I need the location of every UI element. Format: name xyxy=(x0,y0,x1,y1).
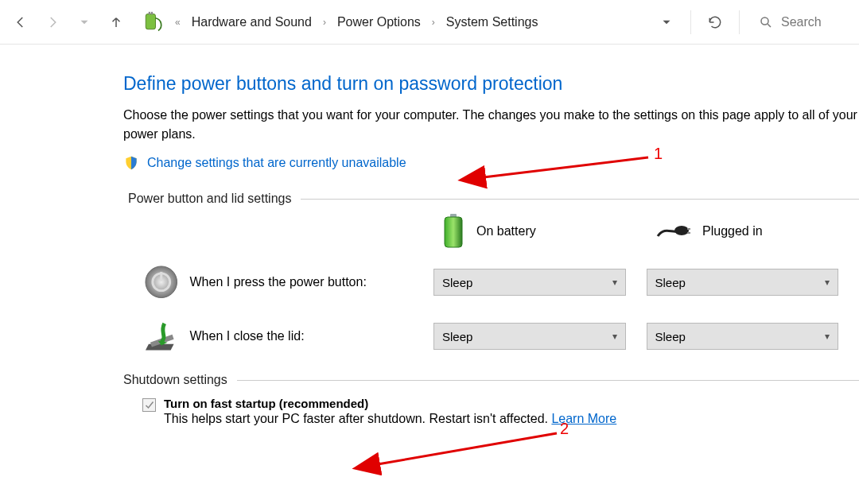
forward-button[interactable] xyxy=(38,8,67,37)
select-value: Sleep xyxy=(655,276,686,289)
row-power-button: When I press the power button: Sleep ▾ S… xyxy=(123,265,859,300)
search-icon xyxy=(759,15,773,29)
svg-rect-8 xyxy=(687,232,690,234)
breadcrumb-item[interactable]: Hardware and Sound xyxy=(189,12,315,33)
breadcrumb-expand-button[interactable] xyxy=(652,8,681,37)
svg-point-9 xyxy=(146,266,177,298)
section-label-text: Power button and lid settings xyxy=(128,192,291,206)
chevron-down-icon: ▾ xyxy=(612,331,617,342)
row-close-lid: When I close the lid: Sleep ▾ Sleep ▾ xyxy=(123,319,859,354)
chevron-down-icon: ▾ xyxy=(825,331,830,342)
svg-line-14 xyxy=(378,433,557,464)
svg-point-3 xyxy=(761,17,768,25)
svg-rect-11 xyxy=(160,272,162,281)
chevron-right-icon: › xyxy=(318,17,331,28)
search-placeholder: Search xyxy=(781,15,822,29)
divider xyxy=(739,10,740,34)
column-label: On battery xyxy=(476,224,536,238)
select-value: Sleep xyxy=(442,276,472,289)
breadcrumb-item[interactable]: System Settings xyxy=(443,12,542,33)
close-lid-plugged-select[interactable]: Sleep ▾ xyxy=(647,323,839,350)
section-power-lid: Power button and lid settings xyxy=(128,192,859,206)
laptop-lid-icon xyxy=(144,319,179,354)
page-title: Define power buttons and turn on passwor… xyxy=(123,73,859,95)
power-button-icon xyxy=(144,265,179,300)
close-lid-battery-select[interactable]: Sleep ▾ xyxy=(433,323,626,350)
fast-startup-label: Turn on fast startup (recommended) xyxy=(164,397,368,410)
svg-rect-0 xyxy=(146,14,155,29)
chevron-right-icon: › xyxy=(427,17,440,28)
row-label: When I press the power button: xyxy=(190,275,434,289)
recent-locations-button[interactable] xyxy=(70,8,99,37)
divider xyxy=(301,199,859,200)
power-button-battery-select[interactable]: Sleep ▾ xyxy=(433,269,626,296)
section-label-text: Shutdown settings xyxy=(123,373,227,387)
select-value: Sleep xyxy=(442,330,472,343)
breadcrumb-item[interactable]: Power Options xyxy=(334,12,424,33)
svg-rect-1 xyxy=(149,11,150,14)
svg-rect-7 xyxy=(687,228,690,230)
back-button[interactable] xyxy=(6,8,35,37)
page-description: Choose the power settings that you want … xyxy=(123,106,859,144)
shield-icon xyxy=(123,155,139,171)
fast-startup-desc: This helps start your PC faster after sh… xyxy=(164,412,551,425)
fast-startup-checkbox[interactable] xyxy=(142,398,156,412)
battery-icon xyxy=(441,214,465,249)
change-unavailable-settings-link[interactable]: Change settings that are currently unava… xyxy=(147,156,406,170)
svg-point-6 xyxy=(674,226,689,235)
column-label: Plugged in xyxy=(702,224,763,238)
row-label: When I close the lid: xyxy=(190,329,434,343)
explorer-navbar: « Hardware and Sound › Power Options › S… xyxy=(0,0,859,45)
divider xyxy=(237,380,859,381)
chevron-left-icon: « xyxy=(170,17,185,28)
svg-rect-2 xyxy=(151,11,153,14)
plug-icon xyxy=(656,222,691,241)
power-button-plugged-select[interactable]: Sleep ▾ xyxy=(647,269,839,296)
search-input[interactable]: Search xyxy=(749,15,853,29)
main-content: Define power buttons and turn on passwor… xyxy=(0,45,859,426)
divider xyxy=(690,10,691,34)
up-button[interactable] xyxy=(102,8,130,37)
select-value: Sleep xyxy=(655,330,686,343)
svg-rect-5 xyxy=(445,217,462,247)
column-plugged-in: Plugged in xyxy=(656,222,855,241)
learn-more-link[interactable]: Learn More xyxy=(551,412,616,425)
power-options-icon xyxy=(142,11,164,33)
refresh-button[interactable] xyxy=(701,8,729,37)
chevron-down-icon: ▾ xyxy=(825,277,830,288)
column-on-battery: On battery xyxy=(441,214,656,249)
chevron-down-icon: ▾ xyxy=(612,277,617,288)
breadcrumb[interactable]: Hardware and Sound › Power Options › Sys… xyxy=(189,12,649,33)
section-shutdown: Shutdown settings xyxy=(123,373,859,387)
